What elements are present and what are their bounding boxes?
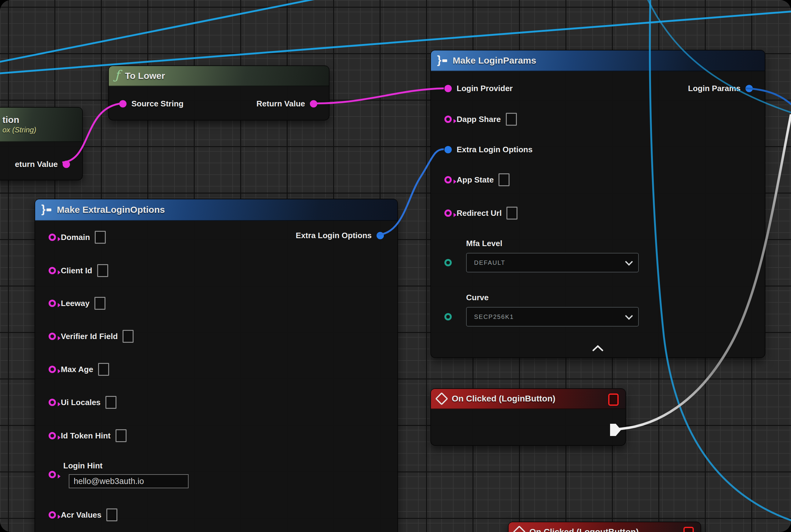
mfa-level-dropdown[interactable]: DEFAULT — [466, 253, 639, 272]
curve-pin[interactable] — [444, 313, 452, 320]
event-diamond-icon — [513, 526, 526, 532]
acr-values-pin[interactable] — [49, 511, 56, 518]
app-state-checkbox[interactable] — [499, 173, 509, 186]
event-diamond-icon — [435, 392, 448, 405]
id-token-hint-checkbox[interactable] — [116, 429, 127, 442]
pin-label: Login Provider — [457, 84, 513, 93]
node-subtitle: ox (String) — [2, 126, 36, 134]
decor-wire-cyan-1 — [0, 0, 353, 63]
mfa-level-pin[interactable] — [444, 259, 452, 266]
client-id-pin[interactable] — [49, 267, 56, 274]
pin-label: Leeway — [61, 299, 90, 308]
dapp-share-pin[interactable] — [444, 116, 452, 123]
client-id-checkbox[interactable] — [97, 264, 108, 277]
node-get-text-partial[interactable]: tion ox (String) eturn Value — [0, 107, 83, 180]
blueprint-graph-canvas[interactable]: tion ox (String) eturn Value ƒ To Lower … — [0, 0, 791, 532]
redirect-url-pin[interactable] — [444, 209, 452, 217]
login-provider-pin[interactable] — [444, 85, 452, 92]
max-age-checkbox[interactable] — [98, 363, 109, 376]
leeway-checkbox[interactable] — [94, 297, 105, 310]
function-icon: ƒ — [115, 69, 119, 81]
node-header[interactable]: tion ox (String) — [0, 108, 82, 142]
pin-label: Extra Login Options — [296, 231, 372, 240]
curve-dropdown[interactable]: SECP256K1 — [466, 307, 639, 326]
leeway-pin[interactable] — [49, 300, 56, 307]
node-header[interactable]: On Clicked (LogoutButton) — [508, 522, 700, 532]
extra-login-options-output-pin[interactable] — [377, 232, 384, 239]
login-hint-pin[interactable] — [49, 471, 56, 478]
pin-label: Client Id — [61, 266, 92, 276]
pin-label: Verifier Id Field — [61, 332, 118, 341]
pin-label: Id Token Hint — [61, 431, 111, 441]
node-title: Make LoginParams — [453, 55, 536, 66]
pin-label: eturn Value — [15, 159, 58, 169]
ui-locales-pin[interactable] — [49, 399, 56, 406]
chevron-down-icon — [625, 312, 633, 320]
string-wire-tolower-to-loginprovider — [310, 88, 444, 103]
pin-label: Redirect Url — [457, 209, 502, 218]
id-token-hint-pin[interactable] — [49, 432, 56, 439]
node-title: Make ExtraLoginOptions — [57, 205, 165, 215]
node-header[interactable]: } Make LoginParams — [431, 51, 765, 71]
login-hint-label: Login Hint — [63, 461, 103, 471]
curve-label: Curve — [466, 293, 489, 302]
domain-pin[interactable] — [49, 233, 56, 241]
node-title: On Clicked (LoginButton) — [452, 394, 555, 404]
delegate-output-pin[interactable] — [608, 394, 619, 406]
node-make-login-params[interactable]: } Make LoginParams Login Provider Login … — [430, 50, 765, 358]
pin-label: Return Value — [256, 99, 305, 109]
mfa-level-label: Mfa Level — [466, 239, 502, 248]
dapp-share-checkbox[interactable] — [506, 113, 517, 126]
node-title: To Lower — [125, 71, 165, 81]
make-struct-icon: } — [437, 56, 447, 65]
pin-label: Dapp Share — [457, 115, 501, 124]
pin-label: Max Age — [61, 365, 93, 374]
ui-locales-checkbox[interactable] — [105, 396, 116, 409]
node-title: On Clicked (LogoutButton) — [529, 527, 639, 532]
pin-label: Domain — [61, 233, 90, 242]
node-on-clicked-login-button[interactable]: On Clicked (LoginButton) — [430, 388, 626, 446]
chevron-down-icon — [625, 258, 633, 265]
verifier-id-field-checkbox[interactable] — [122, 330, 134, 343]
node-title: tion — [2, 115, 19, 125]
return-value-pin[interactable] — [63, 160, 70, 168]
make-struct-icon: } — [41, 205, 51, 215]
login-hint-input[interactable]: hello@web3auth.io — [69, 474, 189, 488]
acr-values-checkbox[interactable] — [107, 509, 117, 521]
node-header[interactable]: ƒ To Lower — [109, 66, 329, 86]
verifier-id-field-pin[interactable] — [49, 332, 56, 340]
node-on-clicked-logout-button[interactable]: On Clicked (LogoutButton) — [508, 521, 701, 532]
node-header[interactable]: } Make ExtraLoginOptions — [35, 200, 397, 221]
max-age-pin[interactable] — [49, 366, 56, 373]
node-make-extra-login-options[interactable]: } Make ExtraLoginOptions Extra Login Opt… — [35, 199, 398, 532]
domain-checkbox[interactable] — [95, 231, 106, 244]
return-value-pin[interactable] — [310, 100, 317, 107]
pin-label: Ui Locales — [61, 398, 100, 407]
pin-label: App State — [457, 175, 494, 185]
extra-login-options-input-pin[interactable] — [444, 146, 452, 153]
node-to-lower[interactable]: ƒ To Lower Source String Return Value — [108, 65, 329, 120]
pin-label: Extra Login Options — [457, 145, 533, 154]
login-params-output-pin[interactable] — [746, 85, 753, 92]
collapse-advanced-pins-button[interactable] — [592, 345, 604, 353]
node-header[interactable]: On Clicked (LoginButton) — [431, 389, 625, 409]
redirect-url-checkbox[interactable] — [506, 207, 518, 220]
pin-label: Login Params — [688, 84, 740, 93]
pin-label: Source String — [131, 99, 184, 109]
pin-label: Acr Values — [61, 510, 101, 520]
exec-output-pin[interactable] — [610, 424, 621, 436]
source-string-pin[interactable] — [119, 100, 127, 107]
app-state-pin[interactable] — [444, 176, 452, 184]
delegate-output-pin[interactable] — [683, 527, 694, 532]
